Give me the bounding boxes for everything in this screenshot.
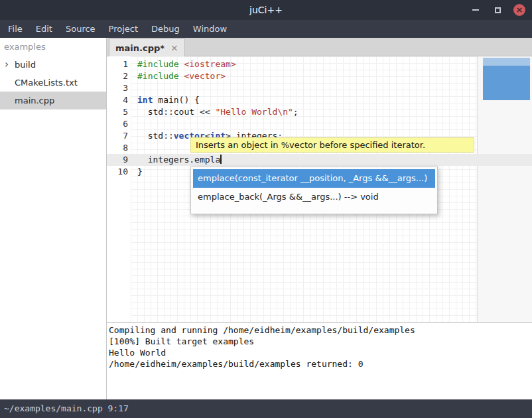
menubar: FileEditSourceProjectDebugWindow: [0, 20, 532, 38]
line-number: 9: [107, 154, 128, 166]
code-line-6[interactable]: 6: [107, 118, 532, 130]
line-number: 5: [107, 106, 128, 118]
tree-item-label: build: [15, 60, 36, 70]
output-line: Hello World: [109, 347, 532, 358]
completion-item[interactable]: emplace(const_iterator __position, _Args…: [193, 169, 435, 188]
scrollbar-indicator-thumb[interactable]: [483, 66, 530, 100]
scrollbar-indicator-light: [483, 58, 530, 66]
line-number: 8: [107, 142, 128, 154]
menu-window[interactable]: Window: [186, 20, 233, 38]
code-line-1[interactable]: 1#include <iostream>: [107, 58, 532, 70]
line-number: 7: [107, 130, 128, 142]
menu-file[interactable]: File: [1, 20, 29, 38]
code-text: #include <iostream>: [137, 58, 236, 70]
close-icon: ×: [516, 4, 523, 16]
code-line-4[interactable]: 4int main() {: [107, 94, 532, 106]
code-line-2[interactable]: 2#include <vector>: [107, 70, 532, 82]
sidebar-header: examples: [0, 38, 106, 56]
chevron-right-icon[interactable]: ›: [5, 56, 9, 73]
code-text: int main() {: [137, 94, 200, 106]
window-controls: ×: [470, 0, 525, 20]
doc-tooltip: Inserts an object in %vector before spec…: [190, 137, 474, 153]
restore-button[interactable]: [492, 4, 503, 16]
status-bar: ~/examples/main.cpp 9:17: [0, 399, 532, 418]
code-text: }: [137, 166, 143, 178]
code-editor[interactable]: 1#include <iostream>2#include <vector>34…: [107, 56, 532, 322]
close-button[interactable]: ×: [513, 4, 525, 16]
tree-item-cmakelists-txt[interactable]: CMakeLists.txt: [0, 74, 106, 92]
line-number: 3: [107, 82, 128, 94]
status-text: ~/examples/main.cpp 9:17: [4, 403, 129, 413]
restore-icon: [495, 7, 501, 13]
line-number: 6: [107, 118, 128, 130]
content-area: main.cpp* × 1#include <iostream>2#includ…: [107, 38, 532, 399]
minimize-icon: [472, 9, 479, 11]
output-line: /home/eidheim/examples/build/examples re…: [109, 358, 532, 370]
completion-popup: emplace(const_iterator __position, _Args…: [190, 167, 438, 214]
tab-main-cpp[interactable]: main.cpp* ×: [109, 38, 185, 56]
line-number: 10: [107, 166, 128, 178]
file-tree: ›buildCMakeLists.txtmain.cpp: [0, 56, 106, 109]
sidebar: examples ›buildCMakeLists.txtmain.cpp: [0, 38, 107, 399]
tab-bar: main.cpp* ×: [107, 38, 532, 56]
text-cursor: [220, 155, 222, 164]
tree-item-build[interactable]: ›build: [0, 56, 106, 74]
menu-source[interactable]: Source: [59, 20, 102, 38]
tree-item-label: CMakeLists.txt: [15, 78, 78, 88]
window-title: juCi++: [0, 0, 532, 20]
code-text: integers.empla: [137, 154, 222, 166]
line-number: 1: [107, 58, 128, 70]
title-bar[interactable]: juCi++ ×: [0, 0, 532, 20]
menu-project[interactable]: Project: [102, 20, 145, 38]
scrollbar-indicator[interactable]: [483, 58, 530, 100]
menu-debug[interactable]: Debug: [145, 20, 186, 38]
code-text: #include <vector>: [137, 70, 226, 82]
output-line: [100%] Built target examples: [109, 336, 532, 347]
menu-edit[interactable]: Edit: [29, 20, 59, 38]
line-number: 4: [107, 94, 128, 106]
code-text: std::cout << "Hello World\n";: [137, 106, 299, 118]
code-line-9[interactable]: 9 integers.empla: [107, 154, 532, 166]
code-lines: 1#include <iostream>2#include <vector>34…: [107, 58, 532, 178]
minimize-button[interactable]: [470, 4, 482, 16]
output-panel[interactable]: Compiling and running /home/eidheim/exam…: [107, 322, 532, 399]
app-window: juCi++ × FileEditSourceProjectDebugWindo…: [0, 0, 532, 418]
code-line-3[interactable]: 3: [107, 82, 532, 94]
output-line: Compiling and running /home/eidheim/exam…: [109, 324, 532, 336]
tab-label: main.cpp*: [115, 43, 165, 53]
tree-item-main-cpp[interactable]: main.cpp: [0, 92, 106, 109]
line-number: 2: [107, 70, 128, 82]
tab-close-icon[interactable]: ×: [170, 42, 178, 53]
completion-item[interactable]: emplace_back(_Args &&__args...) --> void: [193, 188, 435, 206]
code-line-5[interactable]: 5 std::cout << "Hello World\n";: [107, 106, 532, 118]
tree-item-label: main.cpp: [15, 96, 54, 105]
